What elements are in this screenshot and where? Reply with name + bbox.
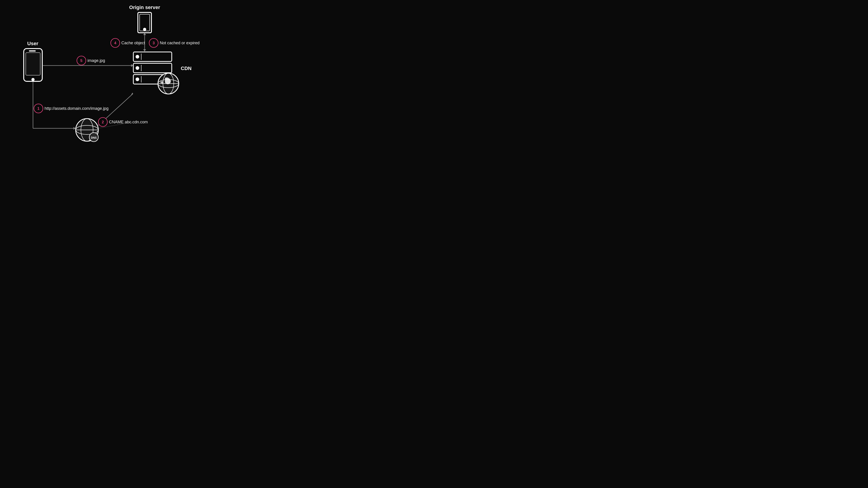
user-label: User — [27, 41, 38, 46]
svg-point-59 — [135, 55, 139, 59]
svg-text:1: 1 — [37, 106, 39, 111]
svg-point-57 — [143, 28, 146, 31]
cdn-label: CDN — [181, 66, 192, 71]
svg-point-65 — [135, 77, 139, 81]
origin-server-label: Origin server — [129, 4, 160, 10]
step5-text: image.jpg — [88, 58, 105, 63]
step3-text: Not cached or expired — [160, 41, 199, 45]
svg-text:5: 5 — [80, 59, 82, 63]
svg-text:3: 3 — [153, 41, 155, 45]
svg-rect-72 — [26, 53, 40, 75]
step2-text: CNAME abc.cdn.com — [109, 120, 148, 124]
step1-text: http://assets.domain.com/image.jpg — [44, 106, 108, 111]
step4-text: Cache object — [121, 41, 145, 45]
dns-badge: DNS — [91, 136, 96, 139]
svg-point-74 — [31, 78, 35, 81]
svg-rect-54 — [0, 0, 289, 163]
svg-text:2: 2 — [102, 120, 104, 124]
svg-text:4: 4 — [114, 41, 116, 45]
svg-rect-73 — [29, 51, 36, 52]
svg-point-62 — [135, 66, 139, 70]
